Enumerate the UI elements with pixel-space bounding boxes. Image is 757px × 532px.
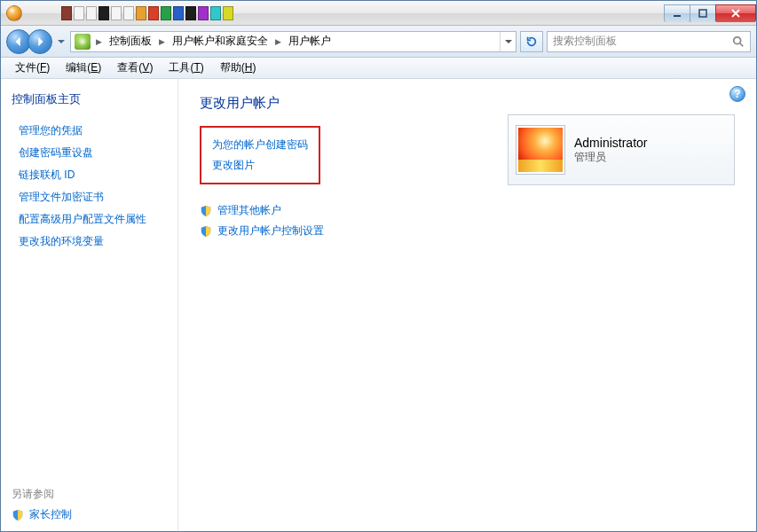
color-swatch — [86, 6, 97, 20]
window-controls — [665, 4, 756, 22]
svg-point-2 — [734, 36, 741, 43]
breadcrumb-item[interactable]: 用户帐户和家庭安全 — [167, 34, 273, 49]
page-heading: 更改用户帐户 — [200, 95, 735, 112]
breadcrumb-sep-icon: ▶ — [157, 37, 167, 46]
shield-icon — [200, 205, 212, 217]
svg-rect-0 — [674, 15, 681, 17]
menu-help[interactable]: 帮助(H) — [213, 59, 264, 77]
menubar: 文件(F) 编辑(E) 查看(V) 工具(T) 帮助(H) — [1, 58, 756, 79]
color-swatch — [99, 6, 109, 20]
search-placeholder: 搜索控制面板 — [553, 34, 617, 49]
avatar — [516, 125, 565, 175]
color-swatch — [74, 6, 84, 20]
breadcrumb-item[interactable]: 用户帐户 — [283, 34, 336, 49]
account-tile[interactable]: Administrator 管理员 — [508, 114, 735, 185]
search-input[interactable]: 搜索控制面板 — [547, 31, 751, 52]
color-swatch — [123, 6, 134, 20]
action-link[interactable]: 更改图片 — [212, 155, 308, 176]
color-swatch — [136, 6, 146, 20]
action-link[interactable]: 为您的帐户创建密码 — [212, 135, 308, 155]
maximize-button[interactable] — [690, 4, 716, 22]
color-swatch — [198, 6, 209, 20]
color-swatch — [210, 6, 221, 20]
sidebar-link[interactable]: 配置高级用户配置文件属性 — [12, 208, 167, 231]
breadcrumb-sep-icon: ▶ — [273, 37, 283, 46]
color-swatch — [161, 6, 171, 20]
color-swatch — [111, 6, 122, 20]
see-also-label: 另请参阅 — [12, 487, 167, 502]
nav-buttons — [6, 29, 52, 54]
nav-row: ▶ 控制面板 ▶ 用户帐户和家庭安全 ▶ 用户帐户 搜索控制面板 — [1, 26, 756, 58]
window: ▶ 控制面板 ▶ 用户帐户和家庭安全 ▶ 用户帐户 搜索控制面板 文件(F) 编… — [0, 0, 757, 532]
color-swatch — [148, 6, 159, 20]
close-button[interactable] — [715, 4, 756, 22]
forward-button[interactable] — [28, 29, 52, 54]
shield-icon — [12, 509, 24, 521]
shielded-action-link[interactable]: 更改用户帐户控制设置 — [200, 221, 735, 241]
breadcrumb-sep-icon: ▶ — [94, 37, 104, 46]
color-swatches — [61, 6, 233, 20]
sidebar-footer: 另请参阅 家长控制 — [12, 487, 167, 522]
menu-view[interactable]: 查看(V) — [110, 59, 160, 77]
account-role: 管理员 — [574, 150, 647, 165]
sidebar: 控制面板主页 管理您的凭据创建密码重设盘链接联机 ID管理文件加密证书配置高级用… — [1, 79, 178, 531]
color-swatch — [223, 6, 233, 20]
menu-tools[interactable]: 工具(T) — [162, 59, 210, 77]
parental-controls-link[interactable]: 家长控制 — [12, 507, 167, 522]
breadcrumb-item[interactable]: 控制面板 — [104, 34, 157, 49]
cp-orb-icon — [6, 5, 22, 21]
sidebar-link[interactable]: 链接联机 ID — [12, 164, 167, 186]
color-swatch — [61, 6, 72, 20]
minimize-button[interactable] — [664, 4, 690, 22]
help-icon[interactable]: ? — [729, 86, 745, 102]
color-swatch — [185, 6, 196, 20]
sidebar-link[interactable]: 创建密码重设盘 — [12, 142, 167, 164]
shielded-action-link[interactable]: 管理其他帐户 — [200, 200, 735, 221]
title-left — [6, 5, 233, 21]
color-swatch — [173, 6, 184, 20]
sidebar-link[interactable]: 管理文件加密证书 — [12, 186, 167, 208]
sidebar-link[interactable]: 更改我的环境变量 — [12, 231, 167, 253]
menu-file[interactable]: 文件(F) — [8, 59, 57, 77]
titlebar — [1, 1, 756, 26]
avatar-image — [518, 128, 563, 172]
address-dropdown[interactable] — [500, 32, 516, 51]
sidebar-home[interactable]: 控制面板主页 — [12, 91, 167, 107]
address-bar[interactable]: ▶ 控制面板 ▶ 用户帐户和家庭安全 ▶ 用户帐户 — [70, 31, 516, 52]
body: 控制面板主页 管理您的凭据创建密码重设盘链接联机 ID管理文件加密证书配置高级用… — [1, 79, 756, 531]
svg-rect-1 — [699, 10, 706, 17]
account-text: Administrator 管理员 — [574, 136, 647, 165]
refresh-button[interactable] — [520, 31, 543, 52]
nav-history-dropdown[interactable] — [56, 29, 67, 54]
account-name: Administrator — [574, 136, 647, 150]
menu-edit[interactable]: 编辑(E) — [59, 59, 108, 77]
main-pane: ? 更改用户帐户 为您的帐户创建密码更改图片 管理其他帐户更改用户帐户控制设置 … — [178, 79, 756, 531]
search-icon — [732, 35, 745, 48]
highlighted-box: 为您的帐户创建密码更改图片 — [200, 126, 320, 184]
shield-icon — [200, 225, 212, 238]
sidebar-link[interactable]: 管理您的凭据 — [12, 120, 167, 142]
control-panel-icon — [75, 34, 91, 50]
